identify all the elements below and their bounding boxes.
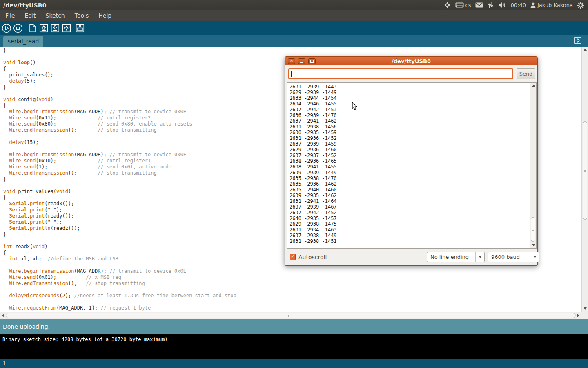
volume-icon[interactable] bbox=[498, 2, 506, 8]
tab-menu-button[interactable] bbox=[574, 37, 581, 44]
toolbar bbox=[0, 21, 588, 35]
serial-row: 2637 -2937 -1452 bbox=[290, 153, 536, 158]
keyboard-layout-indicator[interactable]: cs bbox=[455, 2, 471, 8]
top-panel: /dev/ttyUSB0 cs 00:40 Jakub Kakona bbox=[0, 0, 588, 10]
dropdown-arrow-button[interactable] bbox=[475, 252, 484, 262]
menu-item-tools[interactable]: Tools bbox=[70, 10, 94, 21]
tab-serial-read[interactable]: serial_read bbox=[3, 36, 43, 47]
serial-row: 2639 -2935 -1462 bbox=[290, 193, 536, 198]
code-line bbox=[3, 299, 581, 305]
code-line: } bbox=[3, 47, 581, 54]
session-gear-icon[interactable] bbox=[577, 2, 584, 9]
baud-rate-dropdown[interactable]: 9600 baud bbox=[488, 252, 539, 262]
line-ending-value: No line ending bbox=[427, 252, 475, 262]
upload-button[interactable] bbox=[62, 23, 71, 33]
serial-monitor-title: /dev/ttyUSB0 bbox=[285, 58, 537, 64]
serial-row: 2635 -2936 -1462 bbox=[290, 181, 536, 187]
serial-row: 2634 -2946 -1455 bbox=[290, 101, 536, 107]
close-icon: ✕ bbox=[290, 59, 293, 63]
serial-output: 2631 -2939 -14432629 -2939 -14492633 -29… bbox=[287, 83, 536, 244]
serial-row: 2631 -2934 -1463 bbox=[290, 227, 536, 233]
serial-row: 2637 -2939 -1467 bbox=[290, 204, 536, 210]
scroll-down-arrow-icon[interactable] bbox=[584, 307, 587, 310]
serial-scroll-thumb[interactable] bbox=[531, 217, 535, 242]
editor-vscroll-thumb[interactable] bbox=[583, 121, 587, 220]
serial-row: 2629 -2936 -1460 bbox=[290, 147, 536, 153]
scroll-grip bbox=[532, 228, 534, 231]
menu-item-file[interactable]: File bbox=[0, 10, 20, 21]
scroll-up-arrow-icon[interactable] bbox=[532, 85, 535, 87]
verify-icon bbox=[2, 23, 11, 33]
user-indicator[interactable]: Jakub Kakona bbox=[530, 2, 573, 8]
user-icon bbox=[530, 2, 536, 8]
stop-icon bbox=[13, 23, 23, 33]
line-ending-dropdown[interactable]: No line ending bbox=[427, 252, 485, 262]
code-line: delayMicroseconds(2); //needs at least 1… bbox=[3, 293, 581, 299]
chevron-down-icon bbox=[479, 256, 482, 258]
verify-button[interactable] bbox=[2, 23, 11, 33]
line-number-bar: 1 bbox=[0, 359, 588, 368]
code-line: Wire.beginTransmission(MAG_ADDR); // tra… bbox=[3, 268, 581, 274]
new-sketch-button[interactable] bbox=[27, 23, 37, 33]
serial-monitor-titlebar[interactable]: /dev/ttyUSB0 ✕ bbox=[285, 57, 537, 65]
mail-icon[interactable] bbox=[475, 2, 483, 8]
serial-output-area[interactable]: 2631 -2939 -14432629 -2939 -14492633 -29… bbox=[287, 82, 537, 249]
code-line: Wire.requestFrom(MAG_ADDR, 1); // reques… bbox=[3, 305, 581, 311]
serial-row: 2635 -2940 -1460 bbox=[290, 187, 536, 193]
scroll-left-arrow-icon[interactable] bbox=[2, 314, 4, 317]
stop-button[interactable] bbox=[13, 23, 23, 33]
serial-monitor-icon bbox=[75, 23, 85, 33]
network-icon[interactable] bbox=[488, 2, 494, 8]
menu-item-sketch[interactable]: Sketch bbox=[41, 10, 70, 21]
save-button[interactable] bbox=[50, 23, 60, 33]
chevron-down-icon bbox=[533, 256, 537, 258]
send-button-label: Send bbox=[519, 71, 533, 77]
tab-menu-arrow-icon bbox=[574, 37, 581, 44]
serial-row: 2637 -2942 -1453 bbox=[290, 107, 536, 112]
serial-send-input[interactable] bbox=[288, 68, 513, 79]
line-number: 1 bbox=[3, 361, 6, 366]
scroll-up-arrow-icon[interactable] bbox=[584, 49, 587, 51]
scrollbar-corner bbox=[581, 312, 588, 319]
window-title: /dev/ttyUSB0 bbox=[0, 2, 47, 9]
clock-label: 00:40 bbox=[510, 2, 526, 8]
status-bar: Done uploading. bbox=[0, 319, 588, 334]
text-caret bbox=[291, 71, 292, 77]
code-line: Wire.endTransmission(); // stop transmit… bbox=[3, 280, 581, 287]
clock-indicator[interactable]: 00:40 bbox=[510, 2, 526, 8]
menu-item-edit[interactable]: Edit bbox=[20, 10, 40, 21]
editor-vertical-scrollbar[interactable] bbox=[581, 47, 588, 312]
serial-row: 2631 -2938 -1456 bbox=[290, 124, 536, 130]
keyboard-icon bbox=[455, 2, 464, 8]
keyboard-layout-label: cs bbox=[466, 2, 471, 8]
maximize-icon bbox=[310, 60, 314, 63]
open-icon bbox=[39, 23, 49, 33]
menu-item-help[interactable]: Help bbox=[94, 10, 116, 21]
editor-horizontal-scrollbar[interactable] bbox=[0, 312, 581, 319]
serial-row: 2637 -2938 -1449 bbox=[290, 233, 536, 238]
open-button[interactable] bbox=[39, 23, 49, 33]
dropdown-arrow-button[interactable] bbox=[530, 252, 539, 262]
minimize-icon bbox=[300, 62, 303, 63]
scroll-down-arrow-icon[interactable] bbox=[532, 244, 535, 246]
tab-label: serial_read bbox=[8, 38, 39, 45]
serial-row: 2629 -2938 -1475 bbox=[290, 221, 536, 227]
serial-scrollbar[interactable] bbox=[530, 83, 536, 248]
serial-row: 2633 -2944 -1454 bbox=[290, 95, 536, 101]
serial-row: 2638 -2936 -1465 bbox=[290, 158, 536, 164]
send-button[interactable]: Send bbox=[517, 68, 535, 79]
serial-row: 2639 -2939 -1449 bbox=[290, 170, 536, 175]
minimize-button[interactable] bbox=[298, 58, 305, 64]
editor-hscroll-thumb[interactable] bbox=[6, 313, 576, 318]
maximize-button[interactable] bbox=[308, 58, 316, 64]
serial-row: 2637 -2939 -1459 bbox=[290, 141, 536, 147]
serial-row: 2629 -2939 -1449 bbox=[290, 90, 536, 95]
baud-rate-value: 9600 baud bbox=[488, 252, 530, 262]
close-button[interactable]: ✕ bbox=[288, 58, 295, 64]
new-sketch-icon bbox=[27, 23, 37, 33]
scroll-right-arrow-icon[interactable] bbox=[577, 314, 579, 317]
console-output: Binary sketch size: 4208 bytes (of a 307… bbox=[2, 337, 168, 342]
serial-monitor-button[interactable] bbox=[75, 23, 85, 33]
sync-pinwheel-icon[interactable] bbox=[444, 2, 451, 9]
autoscroll-checkbox[interactable] bbox=[290, 254, 296, 260]
